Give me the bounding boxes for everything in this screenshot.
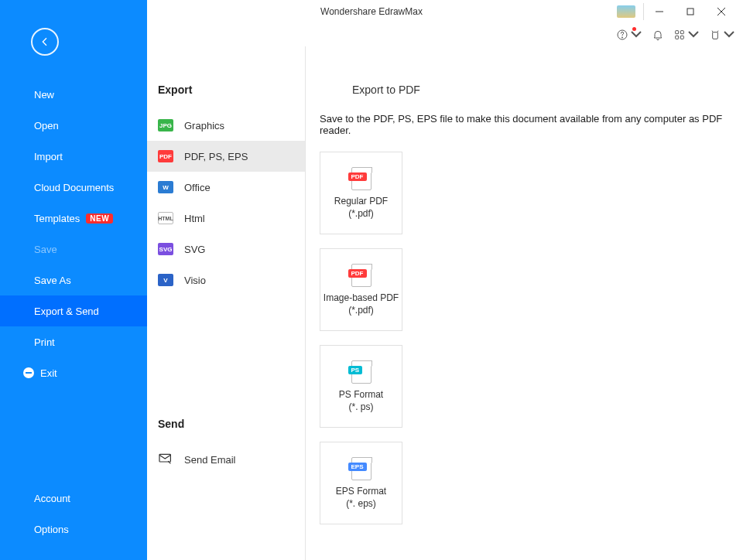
list-item-label: Visio xyxy=(184,275,206,286)
send-item-email[interactable]: Send Email xyxy=(147,444,305,475)
svg-icon: SVG xyxy=(158,243,173,255)
sidebar-item-open[interactable]: Open xyxy=(0,110,147,141)
card-label: Image-based PDF(*.pdf) xyxy=(324,292,399,316)
sidebar-item-templates[interactable]: TemplatesNEW xyxy=(0,203,147,234)
list-item-label: Html xyxy=(184,213,205,224)
sidebar-item-cloud-documents[interactable]: Cloud Documents xyxy=(0,172,147,203)
sidebar-item-label: New xyxy=(34,89,54,101)
sidebar-item-label: Import xyxy=(34,151,63,162)
sidebar: New Open Import Cloud Documents Template… xyxy=(0,0,147,560)
export-section-title: Export xyxy=(147,70,305,110)
sidebar-item-print[interactable]: Print xyxy=(0,326,147,357)
option-eps[interactable]: EPS EPS Format(*. eps) xyxy=(320,442,402,524)
export-item-visio[interactable]: VVisio xyxy=(147,265,305,295)
bell-button[interactable] xyxy=(652,29,664,41)
sidebar-item-label: Templates xyxy=(34,213,80,224)
sidebar-item-label: Options xyxy=(34,524,69,535)
card-label: EPS Format(*. eps) xyxy=(336,486,386,510)
close-button[interactable] xyxy=(706,0,737,23)
option-regular-pdf[interactable]: PDF Regular PDF(*.pdf) xyxy=(320,152,402,234)
sidebar-item-save[interactable]: Save xyxy=(0,234,147,265)
sidebar-item-new[interactable]: New xyxy=(0,79,147,110)
export-item-graphics[interactable]: JPGGraphics xyxy=(147,110,305,141)
apps-button[interactable] xyxy=(673,29,700,41)
sidebar-item-label: Save xyxy=(34,244,57,255)
svg-rect-1 xyxy=(687,9,693,15)
back-button[interactable] xyxy=(31,28,59,56)
sidebar-item-label: Exit xyxy=(40,367,57,379)
svg-rect-10 xyxy=(159,454,170,462)
theme-button[interactable] xyxy=(709,29,735,41)
list-item-label: Office xyxy=(184,182,211,193)
pdf-file-icon: PDF xyxy=(351,166,372,191)
sidebar-item-label: Export & Send xyxy=(34,306,99,317)
app-title: Wondershare EdrawMax xyxy=(320,6,423,17)
svg-rect-7 xyxy=(680,31,683,34)
sidebar-item-label: Print xyxy=(34,336,55,348)
export-item-svg[interactable]: SVGSVG xyxy=(147,234,305,265)
option-image-pdf[interactable]: PDF Image-based PDF(*.pdf) xyxy=(320,248,402,331)
maximize-button[interactable] xyxy=(675,0,706,23)
html-icon: HTML xyxy=(158,212,173,224)
content-heading: Export to PDF xyxy=(306,46,743,93)
sidebar-item-label: Open xyxy=(34,120,59,131)
content: Export to PDF Save to the PDF, PS, EPS f… xyxy=(306,46,743,560)
email-icon xyxy=(158,452,173,467)
minimize-button[interactable] xyxy=(644,0,675,23)
list-item-label: Graphics xyxy=(184,120,224,131)
notification-dot xyxy=(632,27,636,31)
content-description: Save to the PDF, PS, EPS file to make th… xyxy=(320,113,729,136)
export-item-office[interactable]: WOffice xyxy=(147,172,305,203)
export-item-pdf[interactable]: PDFPDF, PS, EPS xyxy=(147,141,305,172)
export-list: Export JPGGraphics PDFPDF, PS, EPS WOffi… xyxy=(147,46,306,560)
help-button[interactable] xyxy=(616,29,642,41)
card-label: Regular PDF(*.pdf) xyxy=(334,196,388,220)
eps-file-icon: EPS xyxy=(351,456,372,481)
send-section-title: Send xyxy=(147,404,305,444)
pdf-icon: PDF xyxy=(158,150,173,162)
sidebar-item-exit[interactable]: Exit xyxy=(0,357,147,388)
ps-file-icon: PS xyxy=(351,360,372,384)
option-ps[interactable]: PS PS Format(*. ps) xyxy=(320,345,402,428)
visio-icon: V xyxy=(158,274,173,286)
list-item-label: PDF, PS, EPS xyxy=(184,151,248,162)
sidebar-item-account[interactable]: Account xyxy=(0,483,147,514)
svg-rect-8 xyxy=(676,36,679,39)
sidebar-item-label: Account xyxy=(34,493,70,504)
sidebar-item-save-as[interactable]: Save As xyxy=(0,265,147,295)
svg-point-5 xyxy=(621,37,622,38)
jpg-icon: JPG xyxy=(158,119,173,131)
svg-rect-9 xyxy=(680,36,683,39)
list-item-label: Send Email xyxy=(184,454,235,466)
export-item-html[interactable]: HTMLHtml xyxy=(147,203,305,234)
word-icon: W xyxy=(158,181,173,193)
sidebar-item-import[interactable]: Import xyxy=(0,141,147,172)
sidebar-item-options[interactable]: Options xyxy=(0,514,147,545)
exit-icon xyxy=(23,367,34,378)
sidebar-item-export-send[interactable]: Export & Send xyxy=(0,295,147,326)
pdf-file-icon: PDF xyxy=(351,263,372,288)
card-label: PS Format(*. ps) xyxy=(339,389,383,413)
sidebar-item-label: Save As xyxy=(34,275,71,286)
svg-rect-6 xyxy=(676,31,679,34)
new-badge: NEW xyxy=(86,213,113,224)
sidebar-item-label: Cloud Documents xyxy=(34,182,114,193)
avatar[interactable] xyxy=(617,5,635,18)
list-item-label: SVG xyxy=(184,244,205,255)
